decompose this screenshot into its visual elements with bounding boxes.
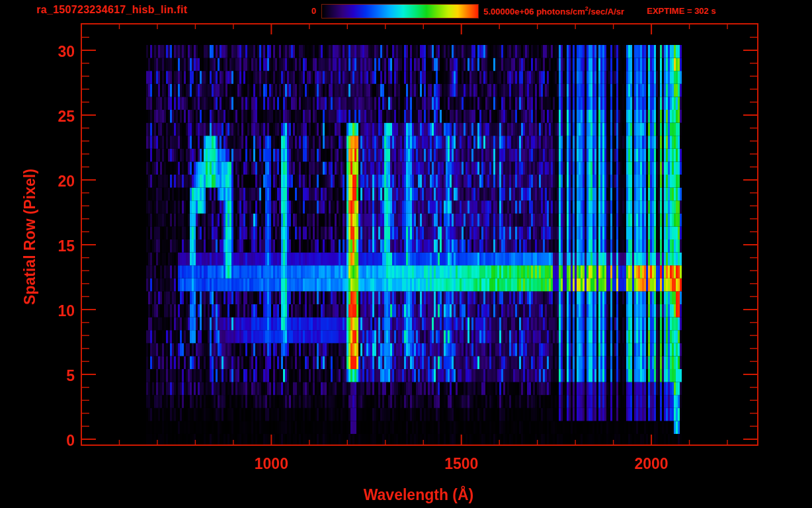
x-axis-title: Wavelength (Å) [364,486,474,504]
x-tick-label: 2000 [605,456,698,472]
y-axis-title: Spatial Row (Pixel) [21,169,39,305]
colorbar-units-suffix: /sec/A/sr [589,7,624,17]
colorbar-max-label: 5.00000e+06 photons/cm2/sec/A/sr [483,6,624,17]
file-title: ra_150723234617_hisb_lin.fit [36,4,187,16]
colorbar-units-exponent: 2 [585,5,589,12]
spectral-image-canvas [81,24,758,445]
y-tick-label: 5 [28,367,75,384]
colorbar-gradient [321,4,479,19]
x-tick-label: 1500 [415,456,508,472]
x-tick-label: 1000 [225,456,317,472]
colorbar-units-prefix: photons/cm [534,7,585,17]
exptime-label: EXPTIME = 302 s [647,6,715,16]
y-tick-label: 30 [28,43,75,60]
colorbar-max-value: 5.00000e+06 [483,7,534,17]
y-tick-label: 0 [28,432,75,449]
spectrum-display: ra_150723234617_hisb_lin.fit 0 5.00000e+… [0,0,812,508]
colorbar-min-label: 0 [290,6,316,16]
y-tick-label: 25 [28,108,75,125]
